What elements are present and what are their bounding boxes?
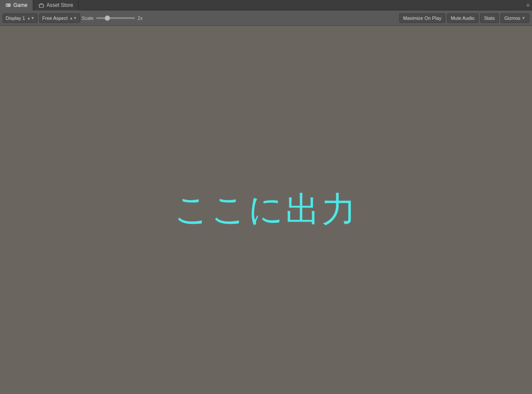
scale-label: Scale <box>82 16 94 21</box>
tab-game[interactable]: Game <box>0 0 33 10</box>
scale-value: 2x <box>138 16 146 21</box>
mute-audio-button[interactable]: Mute Audio <box>447 13 479 23</box>
stats-label: Stats <box>484 16 495 21</box>
gizmos-chevron-icon: ▼ <box>522 16 526 20</box>
toolbar: Display 1 ▲▼ Free Aspect ▲▼ Scale 2x Max… <box>0 10 532 26</box>
aspect-chevron-icon: ▲▼ <box>69 16 77 20</box>
tab-bar-right: ≡ <box>526 2 532 8</box>
game-viewport: ここに出力 <box>0 26 532 394</box>
svg-point-4 <box>9 5 10 6</box>
unity-editor-window: Game Asset Store ≡ Display 1 ▲▼ Free A <box>0 0 532 394</box>
gizmos-label: Gizmos <box>504 16 520 21</box>
tab-menu-icon[interactable]: ≡ <box>526 2 529 8</box>
tab-bar: Game Asset Store ≡ <box>0 0 532 10</box>
display-label: Display 1 <box>6 16 25 21</box>
gizmos-button[interactable]: Gizmos ▼ <box>501 13 529 23</box>
svg-rect-2 <box>6 5 8 6</box>
aspect-label: Free Aspect <box>42 16 68 21</box>
tab-asset-store[interactable]: Asset Store <box>33 0 79 10</box>
stats-button[interactable]: Stats <box>480 13 499 23</box>
display-chevron-icon: ▲▼ <box>27 16 34 20</box>
aspect-selector[interactable]: Free Aspect ▲▼ <box>39 13 80 23</box>
tab-game-label: Game <box>13 2 28 8</box>
mute-label: Mute Audio <box>451 16 475 21</box>
scale-control: Scale 2x <box>82 16 147 21</box>
svg-point-3 <box>9 4 9 5</box>
maximize-label: Maximize On Play <box>403 16 441 21</box>
tab-asset-store-label: Asset Store <box>47 2 73 8</box>
store-icon <box>38 2 44 8</box>
game-output-text: ここに出力 <box>174 187 358 233</box>
display-selector[interactable]: Display 1 ▲▼ <box>3 13 38 23</box>
svg-rect-5 <box>39 4 44 7</box>
maximize-on-play-button[interactable]: Maximize On Play <box>399 13 445 23</box>
scale-slider[interactable] <box>96 17 135 19</box>
gamepad-icon <box>5 2 11 8</box>
